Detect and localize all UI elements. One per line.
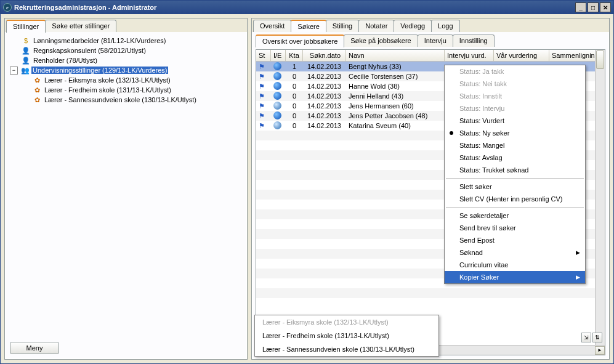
col-ie[interactable]: I/E (271, 50, 286, 61)
submenu-item-0: Lærer - Eiksmyra skole (132/13-LK/Utlyst… (255, 315, 438, 329)
leaf-icon: ✿ (32, 75, 42, 85)
kopier-submenu[interactable]: Lærer - Eiksmyra skole (132/13-LK/Utlyst… (254, 315, 439, 357)
tree-toggle-icon[interactable]: − (10, 67, 18, 75)
cell-dato: 14.02.2013 (303, 83, 346, 90)
vertical-scrollbar[interactable] (595, 50, 605, 345)
tree-label: Lærer - Eiksmyra skole (132/13-LK/Utlyst… (43, 76, 172, 84)
menu-item-15[interactable]: Send Epost (445, 234, 585, 246)
context-menu[interactable]: Status: Ja takkStatus: Nei takkStatus: I… (444, 65, 586, 284)
menu-item-label: Søknad (459, 249, 483, 256)
sub-tab-0[interactable]: Oversikt over jobbsøkere (256, 34, 344, 47)
col-intervju[interactable]: Intervju vurd. (445, 50, 494, 61)
scroll-right-button[interactable]: ► (595, 346, 605, 355)
menu-item-17[interactable]: Curriculum vitae (445, 259, 585, 271)
left-tab-body: $Lønningsmedarbeider (81/L12-LK/Vurderes… (6, 31, 246, 358)
table-row-empty (256, 298, 605, 308)
cell-navn: Cecilie Torstensen (37) (346, 73, 445, 80)
sub-tab-3[interactable]: Innstilling (453, 34, 495, 47)
chevron-right-icon: ▶ (576, 249, 580, 256)
menu-item-5[interactable]: Status: Ny søker (445, 127, 585, 139)
flag-icon: ⚑ (259, 83, 265, 90)
tree-label: Renholder (78/Utlyst) (32, 57, 99, 64)
cell-kta: 1 (286, 63, 303, 70)
menu-item-3: Status: Intervju (445, 102, 585, 115)
col-vurdering[interactable]: Vår vurdering (494, 50, 549, 61)
close-button[interactable]: ✕ (600, 2, 611, 12)
cell-dato: 14.02.2013 (303, 63, 346, 70)
menu-button[interactable]: Meny (10, 342, 59, 354)
menu-item-16[interactable]: Søknad▶ (445, 246, 585, 259)
tree-item-5[interactable]: ✿Lærer - Fredheim skole (131/13-LK/Utlys… (9, 85, 243, 95)
menu-item-18[interactable]: Kopier Søker▶ (445, 271, 585, 283)
left-tabs: StillingerSøke etter stillinger (5, 18, 247, 32)
tree-item-4[interactable]: ✿Lærer - Eiksmyra skole (132/13-LK/Utlys… (9, 75, 243, 85)
right-tab-1[interactable]: Søkere (291, 20, 326, 33)
menu-item-6[interactable]: Status: Mangel (445, 139, 585, 152)
cell-navn: Hanne Wold (38) (346, 83, 445, 90)
menu-item-label: Status: Ny søker (459, 129, 509, 137)
money-icon: $ (21, 36, 31, 46)
globe-icon (273, 121, 281, 129)
col-dato[interactable]: Søkn.dato (303, 50, 346, 61)
right-tab-2[interactable]: Stilling (326, 20, 359, 32)
left-tab-0[interactable]: Stillinger (6, 20, 46, 33)
menu-item-14[interactable]: Send brev til søker (445, 222, 585, 234)
export-button[interactable]: ⇲ (581, 333, 591, 342)
flag-icon: ⚑ (259, 92, 265, 100)
sub-tab-2[interactable]: Intervju (418, 34, 453, 47)
tree-item-6[interactable]: ✿Lærer - Sannessundveien skole (130/13-L… (9, 95, 243, 105)
scroll-thumb[interactable] (596, 51, 604, 69)
menu-item-1: Status: Nei takk (445, 78, 585, 90)
menu-separator (446, 207, 584, 208)
table-row-empty (256, 288, 605, 298)
submenu-item-1[interactable]: Lærer - Fredheim skole (131/13-LK/Utlyst… (255, 329, 438, 342)
right-tab-0[interactable]: Oversikt (253, 20, 291, 32)
right-tab-4[interactable]: Vedlegg (394, 20, 432, 32)
minimize-button[interactable]: _ (575, 2, 586, 12)
tree-item-1[interactable]: 👤Regnskapskonsulent (58/2012/Utlyst) (9, 46, 243, 55)
menu-item-label: Se søkerdetaljer (459, 212, 509, 219)
app-icon: e (3, 3, 12, 12)
col-navn[interactable]: Navn (346, 50, 445, 61)
people-icon: 👥 (20, 65, 30, 75)
left-tab-1[interactable]: Søke etter stillinger (45, 20, 116, 32)
menu-item-label: Curriculum vitae (459, 261, 508, 269)
menu-item-label: Status: Innstilt (459, 92, 502, 100)
right-tab-3[interactable]: Notater (358, 20, 394, 32)
tree-item-2[interactable]: 👤Renholder (78/Utlyst) (9, 55, 243, 65)
cell-dato: 14.02.2013 (303, 122, 346, 129)
cell-dato: 14.02.2013 (303, 112, 346, 119)
menu-item-11[interactable]: Slett CV (Henter inn personlig CV) (445, 193, 585, 205)
menu-item-8[interactable]: Status: Trukket søknad (445, 164, 585, 176)
window-title: Rekrutteringsadministrasjon - Administra… (14, 4, 156, 11)
col-kta[interactable]: Kta (286, 50, 303, 61)
flag-icon: ⚑ (259, 73, 265, 80)
menu-item-10[interactable]: Slett søker (445, 180, 585, 193)
menu-item-label: Status: Intervju (459, 105, 504, 112)
sort-button[interactable]: ⇅ (592, 333, 602, 342)
menu-item-7[interactable]: Status: Avslag (445, 152, 585, 164)
menu-item-2: Status: Innstilt (445, 90, 585, 102)
menu-item-label: Slett søker (459, 183, 492, 190)
col-status[interactable]: St (256, 50, 271, 61)
right-tab-5[interactable]: Logg (431, 20, 459, 32)
right-tabs: OversiktSøkereStillingNotaterVedleggLogg (252, 18, 609, 32)
menu-item-label: Status: Ja takk (459, 68, 504, 75)
cell-kta: 0 (286, 83, 303, 90)
globe-icon (273, 82, 281, 90)
submenu-item-2[interactable]: Lærer - Sannessundveien skole (130/13-LK… (255, 342, 438, 356)
left-panel: StillingerSøke etter stillinger $Lønning… (4, 18, 248, 360)
tree-item-3[interactable]: −👥Undervisningsstillinger (129/13-LK/Vur… (9, 65, 243, 75)
maximize-button[interactable]: □ (588, 2, 599, 12)
positions-tree[interactable]: $Lønningsmedarbeider (81/L12-LK/Vurderes… (6, 32, 246, 338)
menu-item-4[interactable]: Status: Vurdert (445, 115, 585, 127)
menu-item-13[interactable]: Se søkerdetaljer (445, 209, 585, 222)
bullet-icon (450, 131, 453, 135)
sub-tab-1[interactable]: Søke på jobbsøkere (344, 34, 418, 47)
chevron-right-icon: ▶ (576, 274, 580, 280)
tree-label: Regnskapskonsulent (58/2012/Utlyst) (32, 47, 147, 54)
globe-icon (273, 72, 281, 80)
tree-item-0[interactable]: $Lønningsmedarbeider (81/L12-LK/Vurderes… (9, 36, 243, 46)
cell-kta: 0 (286, 102, 303, 110)
cell-dato: 14.02.2013 (303, 73, 346, 80)
